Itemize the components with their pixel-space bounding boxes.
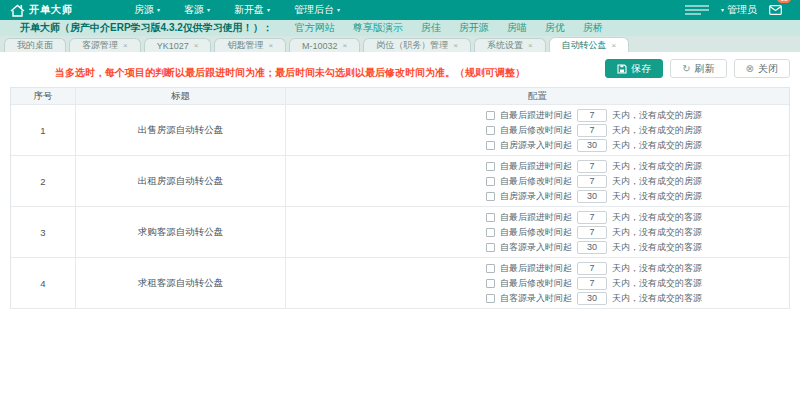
refresh-button[interactable]: ↻ 刷新	[670, 59, 726, 78]
checkbox[interactable]	[486, 162, 495, 171]
days-input[interactable]	[577, 139, 607, 152]
link-fangkaiyuan[interactable]: 房开源	[459, 21, 489, 35]
config-suffix: 天内，没有成交的客源	[612, 292, 702, 305]
envelope-icon	[769, 5, 782, 15]
config-line: 自客源录入时间起 天内，没有成交的客源	[486, 292, 702, 305]
menu-label: 管理后台	[294, 3, 334, 17]
checkbox[interactable]	[486, 141, 495, 150]
config-line: 自房源录入时间起 天内，没有成交的房源	[486, 139, 702, 152]
tab-position-mgmt[interactable]: 岗位（职务）管理 ×	[363, 38, 471, 52]
close-icon[interactable]: ×	[268, 41, 273, 50]
config-suffix: 天内，没有成交的客源	[612, 211, 702, 224]
tab-m10032[interactable]: M-10032 ×	[289, 38, 360, 52]
days-input[interactable]	[577, 124, 607, 137]
tab-yk1027[interactable]: YK1027 ×	[144, 38, 212, 52]
row-title: 求购客源自动转公盘	[76, 207, 286, 257]
link-premium-demo[interactable]: 尊享版演示	[353, 21, 403, 35]
checkbox[interactable]	[486, 192, 495, 201]
tab-my-desktop[interactable]: 我的桌面	[4, 38, 66, 52]
checkbox[interactable]	[486, 126, 495, 135]
close-icon[interactable]: ×	[612, 41, 617, 50]
table-row: 3 求购客源自动转公盘 自最后跟进时间起 天内，没有成交的客源 自最后修改时间起…	[11, 207, 789, 258]
days-input[interactable]	[577, 160, 607, 173]
days-input[interactable]	[577, 277, 607, 290]
top-navbar: 开单大师 房源 ▾ 客源 ▾ 新开盘 ▾ 管理后台 ▾ ▾ 管理员	[0, 0, 800, 20]
config-prefix: 自房源录入时间起	[500, 190, 572, 203]
config-prefix: 自客源录入时间起	[500, 241, 572, 254]
menu-fangyuan[interactable]: 房源 ▾	[134, 3, 160, 17]
user-menu[interactable]: ▾ 管理员	[721, 3, 757, 17]
link-fangyou[interactable]: 房优	[545, 21, 565, 35]
config-suffix: 天内，没有成交的客源	[612, 226, 702, 239]
tab-label: YK1027	[157, 41, 189, 51]
close-icon[interactable]: ×	[194, 41, 199, 50]
row-index: 4	[11, 258, 76, 308]
chevron-down-icon: ▾	[337, 7, 340, 13]
content-header: 当多选时，每个项目的判断以最后跟进时间为准；最后时间未勾选则以最后修改时间为准。…	[10, 56, 790, 80]
save-button[interactable]: 保存	[605, 59, 663, 78]
close-icon[interactable]: ×	[453, 41, 458, 50]
save-label: 保存	[631, 62, 651, 76]
checkbox[interactable]	[486, 111, 495, 120]
config-suffix: 天内，没有成交的房源	[612, 139, 702, 152]
link-fangqiao[interactable]: 房桥	[583, 21, 603, 35]
tab-key-mgmt[interactable]: 钥匙管理 ×	[214, 38, 286, 52]
config-suffix: 天内，没有成交的房源	[612, 160, 702, 173]
config-prefix: 自最后修改时间起	[500, 175, 572, 188]
config-line: 自最后修改时间起 天内，没有成交的房源	[486, 175, 702, 188]
checkbox[interactable]	[486, 264, 495, 273]
config-prefix: 自最后跟进时间起	[500, 160, 572, 173]
row-index: 1	[11, 105, 76, 155]
header-index: 序号	[11, 88, 76, 104]
close-icon[interactable]: ×	[528, 41, 533, 50]
checkbox[interactable]	[486, 243, 495, 252]
tab-strip: 我的桌面 客源管理 × YK1027 × 钥匙管理 × M-10032 × 岗位…	[0, 36, 800, 52]
config-line: 自最后跟进时间起 天内，没有成交的房源	[486, 109, 702, 122]
table-header-row: 序号 标题 配置	[11, 88, 789, 105]
tab-label: 客源管理	[82, 39, 118, 52]
days-input[interactable]	[577, 175, 607, 188]
days-input[interactable]	[577, 226, 607, 239]
app-logo[interactable]: 开单大师	[10, 3, 118, 17]
menu-xinkaipan[interactable]: 新开盘 ▾	[234, 3, 270, 17]
tab-customer-mgmt[interactable]: 客源管理 ×	[69, 38, 141, 52]
chevron-down-icon: ▾	[207, 7, 210, 13]
days-input[interactable]	[577, 109, 607, 122]
config-table: 序号 标题 配置 1 出售房源自动转公盘 自最后跟进时间起 天内，没有成交的房源…	[10, 87, 790, 309]
link-official-site[interactable]: 官方网站	[295, 21, 335, 35]
days-input[interactable]	[577, 262, 607, 275]
row-title: 求租客源自动转公盘	[76, 258, 286, 308]
days-input[interactable]	[577, 190, 607, 203]
config-prefix: 自最后跟进时间起	[500, 262, 572, 275]
menu-admin-backend[interactable]: 管理后台 ▾	[294, 3, 340, 17]
checkbox[interactable]	[486, 294, 495, 303]
chevron-down-icon: ▾	[267, 7, 270, 13]
close-icon[interactable]: ×	[343, 41, 348, 50]
checkbox[interactable]	[486, 177, 495, 186]
config-line: 自房源录入时间起 天内，没有成交的房源	[486, 190, 702, 203]
mail-button[interactable]: 13	[769, 1, 782, 19]
config-prefix: 自最后跟进时间起	[500, 211, 572, 224]
tab-system-settings[interactable]: 系统设置 ×	[474, 38, 546, 52]
version-info-block	[685, 5, 709, 15]
close-icon[interactable]: ×	[123, 41, 128, 50]
checkbox[interactable]	[486, 213, 495, 222]
close-button[interactable]: ⊗ 关闭	[734, 59, 790, 78]
refresh-icon: ↻	[682, 64, 690, 74]
checkbox[interactable]	[486, 228, 495, 237]
topbar-right: ▾ 管理员 13	[685, 1, 790, 19]
tab-auto-public-pool[interactable]: 自动转公盘 ×	[549, 37, 630, 52]
menu-keyuan[interactable]: 客源 ▾	[184, 3, 210, 17]
config-line: 自最后修改时间起 天内，没有成交的客源	[486, 277, 702, 290]
config-line: 自客源录入时间起 天内，没有成交的客源	[486, 241, 702, 254]
days-input[interactable]	[577, 241, 607, 254]
link-fangmiao[interactable]: 房喵	[507, 21, 527, 35]
link-fangjia[interactable]: 房佳	[421, 21, 441, 35]
app-title: 开单大师	[29, 3, 73, 17]
days-input[interactable]	[577, 211, 607, 224]
tab-label: 我的桌面	[17, 39, 53, 52]
table-row: 2 出租房源自动转公盘 自最后跟进时间起 天内，没有成交的房源 自最后修改时间起…	[11, 156, 789, 207]
refresh-label: 刷新	[695, 62, 715, 76]
checkbox[interactable]	[486, 279, 495, 288]
days-input[interactable]	[577, 292, 607, 305]
